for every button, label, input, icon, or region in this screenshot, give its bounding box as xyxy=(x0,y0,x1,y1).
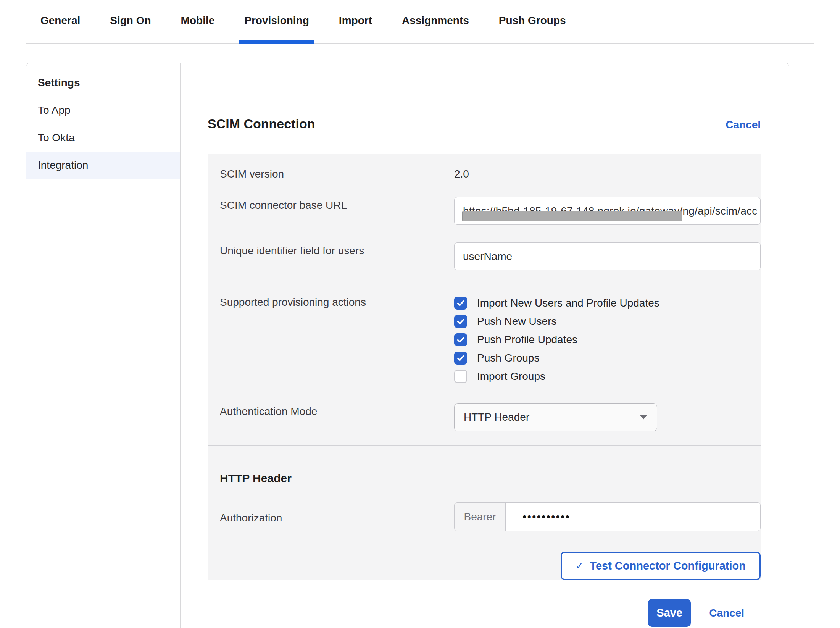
tab-assignments[interactable]: Assignments xyxy=(397,0,474,43)
unique-id-input[interactable]: userName xyxy=(454,242,761,270)
form-footer: Save Cancel xyxy=(208,599,761,627)
provisioning-actions-group: Import New Users and Profile Updates Pus… xyxy=(454,294,761,386)
sidebar-item-to-okta[interactable]: To Okta xyxy=(26,124,180,152)
bearer-prefix: Bearer xyxy=(455,503,506,531)
authorization-row: Authorization Bearer •••••••••• xyxy=(208,502,761,531)
unique-id-row: Unique identifier field for users userNa… xyxy=(208,242,761,270)
authorization-input-group: Bearer •••••••••• xyxy=(454,502,761,531)
sidebar-title: Settings xyxy=(26,69,180,97)
checkbox-push-profile-updates[interactable] xyxy=(454,333,467,346)
test-connector-label: Test Connector Configuration xyxy=(590,560,746,572)
auth-mode-value: HTTP Header xyxy=(464,411,529,423)
scim-version-row: SCIM version 2.0 xyxy=(208,154,761,180)
tab-provisioning[interactable]: Provisioning xyxy=(239,0,314,43)
checkbox-row: Push New Users xyxy=(454,312,761,331)
tab-import[interactable]: Import xyxy=(334,0,377,43)
authorization-token-input[interactable]: •••••••••• xyxy=(506,503,760,531)
auth-mode-label: Authentication Mode xyxy=(220,403,454,418)
checkmark-icon xyxy=(456,336,465,344)
redaction-bar xyxy=(462,211,682,221)
provisioning-actions-label: Supported provisioning actions xyxy=(220,294,454,308)
sidebar-item-integration[interactable]: Integration xyxy=(26,152,180,179)
checkbox-row: Push Profile Updates xyxy=(454,331,761,349)
tab-push-groups[interactable]: Push Groups xyxy=(493,0,571,43)
auth-mode-row: Authentication Mode HTTP Header xyxy=(208,403,761,431)
checkbox-row: Import New Users and Profile Updates xyxy=(454,294,761,312)
cancel-link-bottom[interactable]: Cancel xyxy=(709,607,744,619)
checkbox-label: Import Groups xyxy=(477,370,545,383)
sidebar-item-to-app[interactable]: To App xyxy=(26,97,180,124)
scim-form-panel: SCIM version 2.0 SCIM connector base URL… xyxy=(208,154,761,580)
check-icon: ✓ xyxy=(576,560,584,572)
scim-connection-content: SCIM Connection Cancel SCIM version 2.0 … xyxy=(181,63,789,628)
authorization-label: Authorization xyxy=(220,510,454,524)
http-header-heading: HTTP Header xyxy=(208,446,761,485)
checkmark-icon xyxy=(456,317,465,326)
app-tab-bar: General Sign On Mobile Provisioning Impo… xyxy=(26,0,814,44)
base-url-label: SCIM connector base URL xyxy=(220,197,454,211)
chevron-down-icon xyxy=(640,415,647,420)
test-connector-button[interactable]: ✓ Test Connector Configuration xyxy=(561,552,761,580)
scim-version-label: SCIM version xyxy=(220,166,454,180)
checkbox-push-new-users[interactable] xyxy=(454,315,467,328)
unique-id-value: userName xyxy=(463,250,512,263)
page-title: SCIM Connection xyxy=(208,116,315,131)
provisioning-card: Settings To App To Okta Integration SCIM… xyxy=(26,63,789,628)
checkmark-icon xyxy=(456,299,465,307)
base-url-row: SCIM connector base URL https://b5bd-185… xyxy=(208,197,761,225)
checkbox-label: Push Profile Updates xyxy=(477,334,577,346)
unique-id-label: Unique identifier field for users xyxy=(220,242,454,257)
auth-mode-select[interactable]: HTTP Header xyxy=(454,403,657,431)
tab-sign-on[interactable]: Sign On xyxy=(105,0,156,43)
checkbox-label: Push New Users xyxy=(477,315,557,328)
checkbox-import-groups[interactable] xyxy=(454,370,467,383)
section-header: SCIM Connection Cancel xyxy=(208,116,761,131)
checkbox-import-new-users[interactable] xyxy=(454,297,467,310)
checkbox-label: Import New Users and Profile Updates xyxy=(477,297,659,309)
save-button[interactable]: Save xyxy=(648,599,691,627)
checkmark-icon xyxy=(456,354,465,362)
settings-sidebar: Settings To App To Okta Integration xyxy=(26,63,181,628)
checkbox-push-groups[interactable] xyxy=(454,352,467,365)
tab-mobile[interactable]: Mobile xyxy=(176,0,220,43)
checkbox-row: Push Groups xyxy=(454,349,761,367)
test-connector-row: ✓ Test Connector Configuration xyxy=(208,552,761,580)
checkbox-label: Push Groups xyxy=(477,352,539,364)
tab-general[interactable]: General xyxy=(35,0,85,43)
cancel-link-top[interactable]: Cancel xyxy=(726,119,761,131)
scim-version-value: 2.0 xyxy=(454,166,761,180)
provisioning-settings-page: General Sign On Mobile Provisioning Impo… xyxy=(0,0,840,628)
checkbox-row: Import Groups xyxy=(454,367,761,386)
base-url-input[interactable]: https://b5bd-185-19-67-148.ngrok.io/gate… xyxy=(454,197,761,225)
provisioning-actions-row: Supported provisioning actions Import Ne… xyxy=(208,294,761,386)
